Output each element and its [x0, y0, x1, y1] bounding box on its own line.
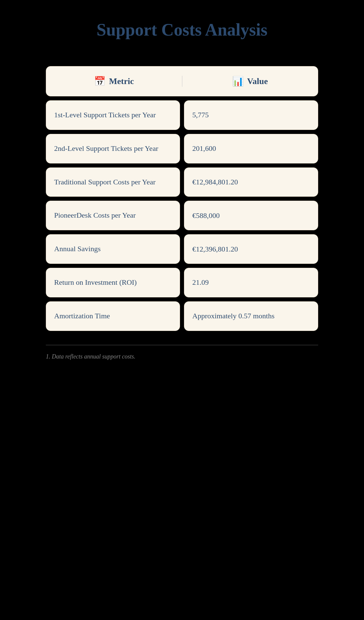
page-container: Support Costs Analysis 📅 Metric 📊 Value …: [0, 0, 364, 620]
page-title: Support Costs Analysis: [97, 20, 267, 40]
table-row: Annual Savings €12,396,801.20: [46, 234, 318, 264]
table-header: 📅 Metric 📊 Value: [46, 66, 318, 96]
metric-cell-3: PioneerDesk Costs per Year: [46, 201, 180, 230]
value-cell-4: €12,396,801.20: [184, 234, 318, 264]
table-row: 2nd-Level Support Tickets per Year 201,6…: [46, 134, 318, 163]
table-row: Amortization Time Approximately 0.57 mon…: [46, 301, 318, 331]
table-row: Traditional Support Costs per Year €12,9…: [46, 167, 318, 197]
divider: [46, 345, 318, 345]
value-icon: 📊: [232, 76, 244, 87]
table-row: 1st-Level Support Tickets per Year 5,775: [46, 100, 318, 130]
metric-cell-6: Amortization Time: [46, 301, 180, 331]
value-cell-0: 5,775: [184, 100, 318, 130]
value-cell-5: 21.09: [184, 268, 318, 297]
metric-cell-0: 1st-Level Support Tickets per Year: [46, 100, 180, 130]
metric-cell-2: Traditional Support Costs per Year: [46, 167, 180, 197]
metric-cell-4: Annual Savings: [46, 234, 180, 264]
header-metric-label: Metric: [109, 76, 134, 86]
value-cell-6: Approximately 0.57 months: [184, 301, 318, 331]
header-metric-cell: 📅 Metric: [53, 76, 182, 87]
footnote: 1. Data reflects annual support costs.: [46, 353, 318, 360]
header-value-cell: 📊 Value: [182, 76, 312, 87]
header-value-label: Value: [247, 76, 268, 86]
metric-cell-5: Return on Investment (ROI): [46, 268, 180, 297]
table-wrapper: 📅 Metric 📊 Value 1st-Level Support Ticke…: [46, 66, 318, 335]
metric-cell-1: 2nd-Level Support Tickets per Year: [46, 134, 180, 163]
value-cell-1: 201,600: [184, 134, 318, 163]
table-row: PioneerDesk Costs per Year €588,000: [46, 201, 318, 230]
value-cell-3: €588,000: [184, 201, 318, 230]
table-row: Return on Investment (ROI) 21.09: [46, 268, 318, 297]
value-cell-2: €12,984,801.20: [184, 167, 318, 197]
metric-icon: 📅: [94, 76, 106, 87]
